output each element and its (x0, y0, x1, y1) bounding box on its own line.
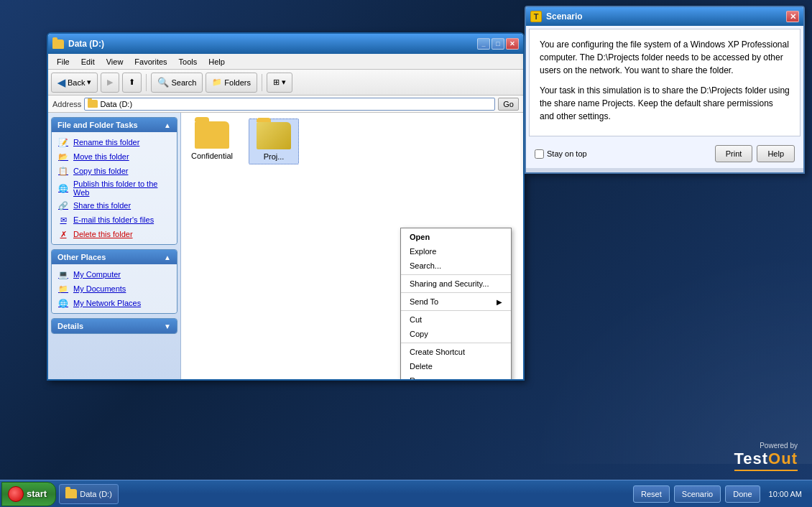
rename-folder-link[interactable]: 📝 Rename this folder (52, 135, 177, 149)
ctx-explore[interactable]: Explore (401, 244, 511, 259)
copy-label: Copy this folder (73, 167, 128, 175)
other-places-section: Other Places ▲ 💻 My Computer 📁 My Docume… (51, 249, 177, 314)
start-orb-icon (8, 486, 24, 502)
ctx-sharing[interactable]: Sharing and Security... (401, 276, 511, 291)
done-button[interactable]: Done (725, 485, 760, 503)
forward-arrow-icon: ▶ (107, 78, 113, 87)
folders-icon: 📁 (212, 78, 222, 87)
taskbar-right: Reset Scenario Done 10:00 AM (633, 485, 812, 503)
menu-edit[interactable]: Edit (75, 56, 101, 68)
maximize-button[interactable]: □ (492, 38, 504, 50)
my-computer-icon: 💻 (57, 269, 69, 280)
forward-button[interactable]: ▶ (101, 73, 119, 93)
file-area[interactable]: Confidential Proj... Open Explore Search… (181, 113, 523, 379)
share-folder-link[interactable]: 🔗 Share this folder (52, 198, 177, 213)
back-button[interactable]: ◀ Back ▾ (51, 73, 98, 93)
delete-label: Delete this folder (73, 230, 133, 238)
scenario-button[interactable]: Scenario (674, 485, 721, 503)
my-documents-label: My Documents (73, 284, 126, 293)
email-folder-link[interactable]: ✉ E-mail this folder's files (52, 213, 177, 227)
taskbar-time: 10:00 AM (765, 490, 806, 498)
scenario-text-1: You are configuring the file system of a… (540, 38, 790, 77)
copy-folder-link[interactable]: 📋 Copy this folder (52, 164, 177, 178)
scenario-window: T Scenario ✕ You are configuring the fil… (525, 6, 805, 174)
email-label: E-mail this folder's files (73, 215, 154, 224)
start-button[interactable]: start (1, 482, 56, 506)
other-places-header[interactable]: Other Places ▲ (52, 250, 177, 264)
my-documents-link[interactable]: 📁 My Documents (52, 282, 177, 296)
rename-icon: 📝 (57, 136, 69, 148)
share-icon: 🔗 (57, 200, 69, 211)
other-places-arrow: ▲ (164, 254, 171, 261)
taskbar-folder-icon (65, 489, 77, 498)
details-header[interactable]: Details ▼ (52, 319, 177, 333)
file-folder-tasks-arrow: ▲ (164, 121, 171, 129)
file-item-confidential[interactable]: Confidential (187, 118, 237, 163)
ctx-sep-1 (401, 274, 511, 275)
ctx-copy[interactable]: Copy (401, 327, 511, 341)
file-folder-tasks-body: 📝 Rename this folder 📂 Move this folder … (52, 132, 177, 244)
file-grid: Confidential Proj... (187, 118, 517, 164)
ctx-sep-4 (401, 343, 511, 343)
explorer-title: Data (D:) (68, 39, 477, 49)
my-network-link[interactable]: 🌐 My Network Places (52, 296, 177, 310)
file-folder-tasks-header[interactable]: File and Folder Tasks ▲ (52, 118, 177, 132)
taskbar-item-label: Data (D:) (80, 490, 112, 498)
ctx-open[interactable]: Open (401, 230, 511, 244)
file-label-projects: Proj... (264, 152, 285, 161)
ctx-search[interactable]: Search... (401, 259, 511, 273)
context-menu: Open Explore Search... Sharing and Secur… (400, 228, 512, 379)
toolbar-separator-1 (146, 74, 147, 91)
scenario-footer: Stay on top Print Help (526, 139, 803, 168)
move-folder-link[interactable]: 📂 Move this folder (52, 149, 177, 164)
address-field[interactable]: Data (D:) (84, 98, 495, 111)
ctx-create-shortcut[interactable]: Create Shortcut (401, 345, 511, 359)
taskbar-active-item[interactable]: Data (D:) (59, 484, 119, 504)
menu-bar: File Edit View Favorites Tools Help (48, 54, 523, 70)
start-label: start (27, 488, 47, 499)
reset-button[interactable]: Reset (633, 485, 670, 503)
menu-favorites[interactable]: Favorites (129, 56, 172, 68)
stay-on-top-label[interactable]: Stay on top (535, 149, 587, 159)
scenario-body: You are configuring the file system of a… (529, 29, 801, 136)
my-computer-link[interactable]: 💻 My Computer (52, 267, 177, 282)
scenario-title-icon: T (530, 11, 542, 22)
stay-on-top-checkbox[interactable] (535, 149, 544, 159)
ctx-sep-3 (401, 310, 511, 311)
search-button[interactable]: 🔍 Search (151, 73, 203, 93)
folders-label: Folders (224, 78, 251, 87)
menu-view[interactable]: View (101, 56, 129, 68)
ctx-delete[interactable]: Delete (401, 359, 511, 373)
views-button[interactable]: ⊞ ▾ (267, 73, 292, 93)
address-go-button[interactable]: Go (498, 98, 519, 111)
address-label: Address (52, 100, 81, 108)
scenario-titlebar: T Scenario ✕ (526, 7, 803, 26)
back-arrow-icon: ◀ (57, 77, 65, 88)
close-button[interactable]: ✕ (506, 38, 519, 50)
scenario-buttons: Print Help (715, 145, 795, 162)
my-documents-icon: 📁 (57, 283, 69, 294)
titlebar-folder-icon (52, 39, 64, 49)
search-label: Search (171, 78, 196, 87)
file-item-projects[interactable]: Proj... (249, 118, 299, 164)
menu-help[interactable]: Help (203, 56, 231, 68)
minimize-button[interactable]: _ (477, 38, 490, 50)
scenario-close-button[interactable]: ✕ (786, 11, 799, 22)
ctx-rename[interactable]: Rename (401, 373, 511, 379)
scenario-resize-handle[interactable] (526, 168, 803, 172)
publish-folder-link[interactable]: 🌐 Publish this folder to the Web (52, 178, 177, 198)
delete-folder-link[interactable]: ✗ Delete this folder (52, 227, 177, 241)
print-button[interactable]: Print (715, 145, 753, 162)
menu-file[interactable]: File (51, 56, 75, 68)
menu-tools[interactable]: Tools (173, 56, 203, 68)
ctx-cut[interactable]: Cut (401, 312, 511, 327)
folder-icon-confidential (195, 121, 229, 149)
details-section: Details ▼ (51, 318, 177, 334)
help-button[interactable]: Help (757, 145, 795, 162)
share-label: Share this folder (73, 201, 131, 210)
ctx-sendto[interactable]: Send To ▶ (401, 294, 511, 309)
folders-button[interactable]: 📁 Folders (206, 73, 257, 93)
explorer-window: Data (D:) _ □ ✕ File Edit View Favorites… (47, 32, 525, 381)
file-folder-tasks-section: File and Folder Tasks ▲ 📝 Rename this fo… (51, 117, 177, 245)
up-button[interactable]: ⬆ (122, 73, 142, 93)
